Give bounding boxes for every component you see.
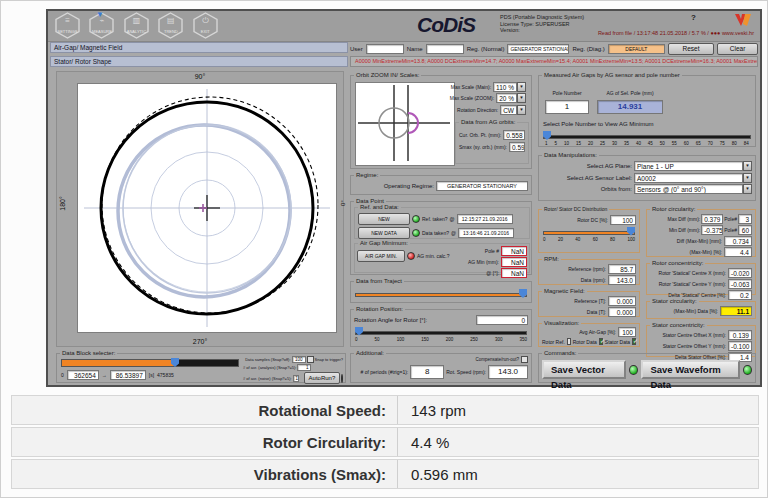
rotational-speed-value: 143 rpm: [398, 402, 466, 419]
autorun-button[interactable]: AutoRun?: [304, 372, 341, 384]
trend-button[interactable]: ▤ TREND: [157, 12, 184, 39]
visualization-title: Visualization:: [542, 319, 581, 328]
status-line: Read from file / 13:17:48 21.05.2018 / 5…: [598, 30, 754, 36]
stator-circularity-panel: Stator circularity: (Max-Min) Data [%]: …: [646, 301, 756, 319]
data-block-max: 475835: [157, 372, 174, 378]
select-ag-plane-dropdown[interactable]: Plane 1 - UP▼: [634, 161, 752, 171]
rotation-angle-input[interactable]: 0: [476, 315, 528, 325]
rotor-centre-y-label: Rotor 'Statical' Centre Y (mm):: [659, 281, 726, 287]
rotor-centre-x-label: Rotor 'Statical' Centre X (mm):: [659, 270, 726, 276]
new-data-button[interactable]: NEW DATA: [358, 227, 410, 239]
cur-orbit-value: 0.558: [503, 130, 525, 140]
operating-regime-value: GENERATOR STATIONARY: [436, 181, 528, 191]
rotor-ref-checkbox[interactable]: [567, 338, 571, 345]
rotation-angle-slider[interactable]: [355, 327, 527, 337]
max-scale-main-dropdown[interactable]: 110 %▼: [493, 82, 526, 92]
rpm-data-label: Data (rpm):: [581, 277, 606, 283]
analytic-button[interactable]: ▥ ANALYTIC: [123, 12, 150, 39]
commands-panel: Commands: Save Vector Data Save Waveform…: [538, 353, 756, 383]
dropdown-arrow-icon[interactable]: ▼: [743, 161, 752, 171]
pole-select-slider[interactable]: [543, 131, 751, 141]
mag-data-label: Data [T]:: [587, 309, 606, 315]
orbit-zoom-title: Orbit ZOOM IN/ Scales:: [354, 71, 421, 80]
ag-deg-label: @ [°]:: [486, 270, 499, 276]
avr-noise-value[interactable]: 1: [293, 375, 299, 382]
dropdown-arrow-icon[interactable]: ▼: [517, 105, 526, 115]
settings-button[interactable]: ≡ SETTINGS: [54, 12, 81, 39]
clear-graphs-button[interactable]: Clear Graphs: [717, 43, 758, 55]
select-ag-sensor-label: Select AG Sensor Label:: [567, 175, 632, 181]
rotor-dc-value[interactable]: 100: [610, 215, 636, 225]
save-waveform-data-button[interactable]: Save Waveform Data: [641, 360, 740, 379]
rotation-direction-dropdown[interactable]: CW▼: [500, 105, 526, 115]
data-samples-value[interactable]: 100: [292, 356, 306, 363]
avr-analysis-value[interactable]: 1: [297, 364, 311, 371]
vibrations-smax-label: Vibrations (Smax):: [12, 466, 397, 483]
max-scale-zoom-dropdown[interactable]: 20 %▼: [496, 93, 526, 103]
rot-speed-input[interactable]: 143.0: [488, 365, 528, 379]
rotation-angle-label: Rotation Angle for Rotor [°]:: [354, 317, 427, 323]
select-ag-sensor-dropdown[interactable]: A0002▼: [634, 173, 752, 183]
pole-num-label: Pole #: [485, 248, 499, 254]
dropdown-arrow-icon[interactable]: ▼: [743, 173, 752, 183]
new-reference-button[interactable]: NEW REFERENCE: [358, 213, 410, 225]
arrow-icon: →: [102, 372, 107, 378]
dropdown-arrow-icon[interactable]: ▼: [517, 82, 526, 92]
magnetic-field-title: Magnetic Field:: [542, 287, 587, 296]
data-block-slider[interactable]: [61, 358, 239, 368]
reset-alarms-button[interactable]: Reset ALARMS: [668, 43, 714, 55]
snap-to-trigger-checkbox[interactable]: [307, 356, 314, 363]
operating-regime-label: Operating Regime:: [384, 183, 434, 189]
rotor-dc-slider[interactable]: [543, 227, 635, 237]
dropdown-arrow-icon[interactable]: ▼: [517, 93, 526, 103]
stator-offset-x-label: Stator Centre Offset X (mm):: [662, 332, 726, 338]
ref-timestamp: 12:15:27 21.09.2016: [457, 214, 513, 224]
reg-normal-label: Reg. (Normal): [467, 46, 505, 52]
reg-diag-field[interactable]: DEFAULT: [608, 44, 665, 54]
analytic-label: ANALYTIC: [123, 29, 150, 34]
pole-select-ticks: 1510152025303540455055606570758084: [545, 141, 749, 146]
save-vector-data-button[interactable]: Save Vector Data: [542, 360, 626, 379]
codis-app-window: ≡ SETTINGS ⌁ MEASURE ▥ ANALYTIC ▤ TREND: [46, 9, 762, 387]
rotation-slider-ticks: 050100150200250300350: [355, 337, 527, 342]
ag-orbits-title: Data from AG orbits:: [459, 118, 517, 127]
periods-input[interactable]: 8: [410, 365, 444, 379]
help-icon[interactable]: ?: [691, 13, 696, 22]
data-block-spinner[interactable]: 362654: [67, 370, 99, 380]
rotor-circularity-title: Rotor circularity:: [650, 205, 697, 214]
rotor-data-checkbox[interactable]: [599, 338, 603, 345]
max-pole-label: Pole#: [724, 216, 737, 222]
orbit-mini-plot-svg: [356, 83, 452, 163]
summary-row-rotational-speed: Rotational Speed: 143 rpm: [11, 395, 759, 425]
header-fields-row: User Name Reg. (Normal) GENERATOR STATIO…: [350, 42, 758, 55]
polar-plot-canvas[interactable]: [77, 83, 337, 333]
dropdown-arrow-icon[interactable]: ▼: [743, 184, 752, 194]
avg-air-gap-value[interactable]: 100: [618, 327, 636, 337]
compensate-checkbox[interactable]: [521, 356, 528, 363]
air-gap-min-button[interactable]: AIR GAP MIN.: [357, 250, 405, 262]
plot-label-180: 180°: [59, 196, 66, 210]
rotation-position-title: Rotation Position:: [354, 305, 405, 314]
stator-data-checkbox[interactable]: [632, 338, 636, 345]
exit-button[interactable]: ⏻ EXIT: [192, 12, 219, 39]
orbit-mini-plot[interactable]: [355, 82, 455, 166]
orbits-from-label: Orbits from:: [601, 186, 632, 192]
user-input[interactable]: [366, 44, 404, 54]
orbits-from-dropdown[interactable]: Sensors @ (0° and 90°)▼: [634, 184, 752, 194]
max-min-pct-value: 4.4: [724, 247, 752, 257]
veski-logo-icon: [734, 12, 752, 32]
data-block-title: Data Block selecter:: [60, 349, 117, 358]
orbit-zoom-panel: Orbit ZOOM IN/ Scales: Max Scale (Main):…: [350, 75, 532, 169]
reg-normal-field[interactable]: GENERATOR STATIONARY: [507, 44, 569, 54]
data-from-traject-title: Data from Traject: [354, 277, 404, 286]
ref-taken-label: Ref. taken?: [422, 216, 448, 222]
name-input[interactable]: [426, 44, 464, 54]
ag-min-value: NaN: [501, 257, 527, 267]
shape-alarm-text: A0000 MinExtremeMin=13.8; A0000 DCExtrem…: [350, 56, 758, 67]
traject-slider[interactable]: [355, 289, 527, 299]
rpm-title: RPM:: [542, 255, 561, 264]
rpm-panel: RPM: Reference (rpm): 85.7 Data (rpm): 1…: [538, 259, 640, 285]
data-block-min: 0: [61, 372, 64, 378]
data-samples-label: Data samples (Snap?off):: [245, 357, 290, 362]
ref-taken-led: [412, 215, 420, 223]
